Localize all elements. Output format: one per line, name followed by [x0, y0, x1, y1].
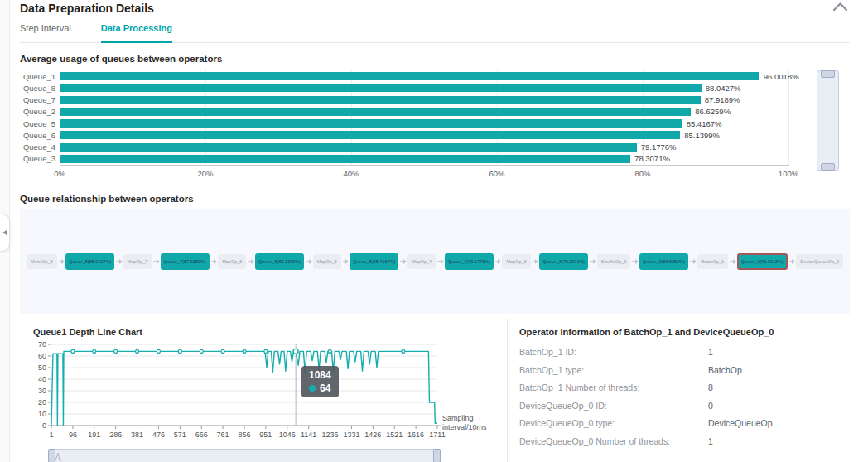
- bar-row[interactable]: Queue_787.9189%: [20, 94, 805, 105]
- bar[interactable]: [60, 119, 682, 128]
- x-tick-label: 381: [131, 431, 143, 439]
- queue-node[interactable]: Queue_2(86.6259%): [639, 253, 688, 270]
- flow-arrow-icon: [59, 261, 65, 262]
- bar-row[interactable]: Queue_479.1776%: [20, 142, 805, 152]
- flow-arrow-icon: [632, 261, 638, 262]
- flow-arrow-icon: [153, 261, 159, 262]
- line-chart-plot[interactable]: 0102030405060701961912863814765716667618…: [23, 339, 492, 445]
- operator-info-rows: BatchOp_1 ID:1BatchOp_1 type:BatchOpBatc…: [519, 347, 850, 446]
- queue-node[interactable]: Queue_1(96.0018%): [737, 253, 788, 270]
- info-label: DeviceQueueOp_0 ID:: [519, 401, 708, 411]
- bar-value-label: 86.6259%: [695, 107, 731, 116]
- chevron-up-icon: [832, 2, 848, 12]
- queue-node[interactable]: Queue_6(85.1399%): [255, 253, 304, 270]
- flow-arrow-icon: [211, 261, 217, 262]
- info-row: BatchOp_1 Number of threads:8: [519, 383, 850, 392]
- bar[interactable]: [60, 131, 680, 139]
- datazoom-track-line: [827, 78, 827, 163]
- x-axis-name: interval/10ms: [442, 423, 487, 431]
- operator-node[interactable]: MapOp_7: [123, 254, 152, 269]
- operator-node[interactable]: MnistOp_8: [27, 254, 57, 269]
- x-axis-name: Sampling: [442, 414, 474, 422]
- y-tick-label: 40: [38, 375, 46, 383]
- bar-category-label: Queue_4: [20, 142, 55, 152]
- flow-arrow-icon: [730, 261, 735, 262]
- datazoom-preview-icon: [55, 450, 83, 461]
- queue-node[interactable]: Queue_7(87.9189%): [161, 253, 210, 270]
- tab-step-interval[interactable]: Step Interval: [20, 23, 71, 42]
- y-tick-label: 50: [38, 363, 46, 372]
- operator-node[interactable]: ShuffleOp_2: [597, 254, 630, 269]
- bar-category-label: Queue_2: [20, 107, 55, 116]
- bar-x-axis: 0%20%40%60%80%100%: [60, 169, 789, 180]
- bar-row[interactable]: Queue_196.0018%: [20, 71, 805, 82]
- operator-node[interactable]: MapOp_5: [313, 254, 341, 269]
- bar[interactable]: [60, 108, 691, 116]
- queue-relationship-diagram: MnistOp_8Queue_8(88.0427%)MapOp_7Queue_7…: [20, 209, 850, 314]
- datazoom-top-handle[interactable]: [821, 70, 835, 78]
- operator-node[interactable]: MapOp_3: [502, 254, 530, 269]
- y-tick-label: 10: [38, 410, 46, 418]
- bar[interactable]: [60, 155, 630, 163]
- flow-arrow-icon: [690, 261, 696, 262]
- relation-section-title: Queue relationship between operators: [20, 194, 850, 204]
- line-chart-datazoom-slider[interactable]: [48, 449, 441, 462]
- info-value: 1: [708, 436, 713, 446]
- bar-value-label: 85.1399%: [684, 131, 720, 140]
- bar-value-label: 85.4167%: [687, 119, 722, 128]
- bar[interactable]: [60, 84, 702, 92]
- queue-node[interactable]: Queue_8(88.0427%): [65, 253, 114, 270]
- operator-node[interactable]: BatchOp_1: [697, 254, 729, 269]
- flow-arrow-icon: [248, 261, 253, 262]
- tab-bar: Step IntervalData Processing: [20, 23, 850, 43]
- x-tick-label: 1: [49, 431, 53, 439]
- operator-node[interactable]: DeviceQueueOp_0: [796, 254, 843, 269]
- operator-node[interactable]: MapOp_4: [407, 254, 436, 269]
- x-tick-label: 1426: [364, 431, 381, 439]
- datazoom-right-handle[interactable]: [433, 449, 441, 462]
- collapse-panel-button[interactable]: [832, 0, 848, 15]
- x-tick-label: 476: [152, 431, 165, 439]
- info-row: DeviceQueueOp_0 Number of threads:1: [519, 436, 850, 446]
- queue-node[interactable]: Queue_5(85.4167%): [350, 253, 398, 270]
- x-tick-label: 20%: [197, 169, 213, 178]
- bar-row[interactable]: Queue_685.1399%: [20, 130, 805, 141]
- bar-row[interactable]: Queue_286.6259%: [20, 106, 805, 117]
- tab-data-processing[interactable]: Data Processing: [101, 23, 172, 43]
- queue-node[interactable]: Queue_3(78.3071%): [539, 253, 588, 270]
- data-preparation-panel: Data Preparation Details Step IntervalDa…: [10, 0, 868, 462]
- bar-rows: Queue_196.0018%Queue_888.0427%Queue_787.…: [20, 70, 805, 165]
- line-chart-svg: 0102030405060701961912863814765716667618…: [23, 339, 492, 442]
- flow-arrow-icon: [495, 261, 501, 262]
- x-tick-label: 40%: [343, 169, 359, 178]
- x-tick-label: 666: [195, 431, 208, 439]
- bar-row[interactable]: Queue_888.0427%: [20, 83, 805, 94]
- queue-node[interactable]: Queue_4(79.1776%): [445, 253, 494, 270]
- y-tick-label: 30: [38, 387, 46, 395]
- line-chart-title: Queue1 Depth Line Chart: [33, 327, 507, 337]
- operator-node[interactable]: MapOp_6: [218, 254, 246, 269]
- info-label: DeviceQueueOp_0 Number of threads:: [519, 436, 708, 446]
- operator-info-title: Operator information of BatchOp_1 and De…: [519, 327, 850, 337]
- x-tick-label: 951: [259, 431, 272, 439]
- operator-info-panel: Operator information of BatchOp_1 and De…: [507, 319, 850, 462]
- bar-chart-datazoom-slider[interactable]: [817, 70, 839, 171]
- info-row: BatchOp_1 ID:1: [519, 347, 850, 357]
- flow-arrow-icon: [343, 261, 349, 262]
- sidebar-expand-handle[interactable]: [0, 214, 10, 252]
- bar-row[interactable]: Queue_585.4167%: [20, 118, 805, 129]
- datazoom-bottom-handle[interactable]: [821, 163, 835, 171]
- bar[interactable]: [60, 72, 760, 80]
- x-tick-label: 856: [238, 431, 250, 439]
- bar-value-label: 87.9189%: [705, 95, 740, 104]
- x-tick-label: 60%: [489, 169, 504, 178]
- bar[interactable]: [60, 143, 637, 152]
- queue-usage-bar-chart[interactable]: Queue_196.0018%Queue_888.0427%Queue_787.…: [20, 69, 850, 183]
- info-value: BatchOp: [708, 365, 742, 375]
- info-label: BatchOp_1 ID:: [519, 347, 708, 357]
- bar-row[interactable]: Queue_378.3071%: [20, 153, 805, 164]
- bar[interactable]: [60, 96, 701, 104]
- bar-category-label: Queue_6: [20, 131, 55, 140]
- y-tick-label: 0: [42, 421, 46, 430]
- flow-arrow-icon: [306, 261, 311, 262]
